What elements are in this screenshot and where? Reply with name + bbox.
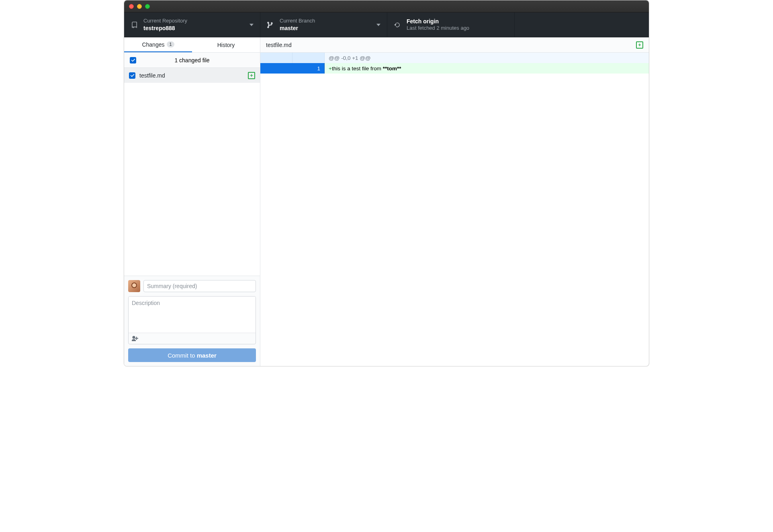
diff-pane: testfile.md + @@ -0,0 +1 @@ 1 +this is a… [260,37,649,366]
diff-file-name: testfile.md [266,42,292,48]
branch-label: Current Branch [280,18,315,24]
diff-line-code: +this is a test file from **tom** [325,63,649,74]
gutter-old [260,53,292,63]
tab-history[interactable]: History [192,37,260,52]
current-branch-dropdown[interactable]: Current Branch master [260,12,387,37]
branch-name: master [280,25,315,32]
plus-marker: + [329,65,332,72]
window-titlebar[interactable] [124,0,649,12]
window-maximize-icon[interactable] [145,4,150,9]
window-minimize-icon[interactable] [137,4,142,9]
hunk-text: @@ -0,0 +1 @@ [325,53,649,63]
commit-button-branch: master [197,352,217,359]
gutter-new: 1 [292,63,325,74]
diff-line-added[interactable]: 1 +this is a test file from **tom** [260,63,649,74]
commit-description-input[interactable] [129,297,256,333]
repo-name: testrepo888 [143,25,187,32]
diff-hunk-header: @@ -0,0 +1 @@ [260,53,649,63]
fetch-title: Fetch origin [407,18,469,25]
changes-count-badge: 1 [167,41,174,47]
file-added-icon: + [248,72,255,79]
diff-file-added-icon: + [636,41,643,49]
window-close-icon[interactable] [129,4,134,9]
commit-button-prefix: Commit to [168,352,197,359]
check-icon [130,73,135,78]
commit-panel: Commit to master [124,276,260,366]
file-name: testfile.md [139,72,244,79]
file-row[interactable]: testfile.md + [124,68,260,83]
chevron-down-icon [376,24,380,26]
app-window: Current Repository testrepo888 Current B… [124,0,649,366]
current-repository-dropdown[interactable]: Current Repository testrepo888 [124,12,260,37]
repo-label: Current Repository [143,18,187,24]
commit-description-box [128,296,256,344]
tab-changes[interactable]: Changes 1 [124,37,192,52]
gutter-new [292,53,325,63]
check-icon [131,58,135,62]
main-body: Changes 1 History 1 changed file [124,37,649,366]
fetch-sub: Last fetched 2 minutes ago [407,25,469,31]
commit-description-footer [129,333,256,344]
add-coauthor-icon[interactable] [132,336,138,342]
changed-files-label: 1 changed file [174,57,209,63]
branch-icon [267,21,274,29]
gutter-old [260,63,292,74]
changes-summary-row: 1 changed file [124,53,260,68]
sidebar: Changes 1 History 1 changed file [124,37,260,366]
tab-changes-label: Changes [142,41,164,48]
diff-header: testfile.md + [260,37,649,53]
select-all-checkbox[interactable] [130,57,136,63]
diff-bold: **tom** [383,65,401,72]
repo-icon [131,21,138,29]
diff-text: this is a test file from [332,65,383,72]
diff-body[interactable]: @@ -0,0 +1 @@ 1 +this is a test file fro… [260,53,649,366]
commit-summary-input[interactable] [143,280,256,292]
chevron-down-icon [249,24,254,26]
toolbar-spacer [515,12,649,37]
changed-files-list: testfile.md + [124,68,260,276]
avatar [128,280,140,292]
tab-history-label: History [217,42,235,48]
commit-button[interactable]: Commit to master [128,348,256,362]
file-checkbox[interactable] [129,72,135,79]
sync-icon [394,21,401,29]
toolbar: Current Repository testrepo888 Current B… [124,12,649,37]
sidebar-tabs: Changes 1 History [124,37,260,53]
fetch-origin-button[interactable]: Fetch origin Last fetched 2 minutes ago [387,12,515,37]
